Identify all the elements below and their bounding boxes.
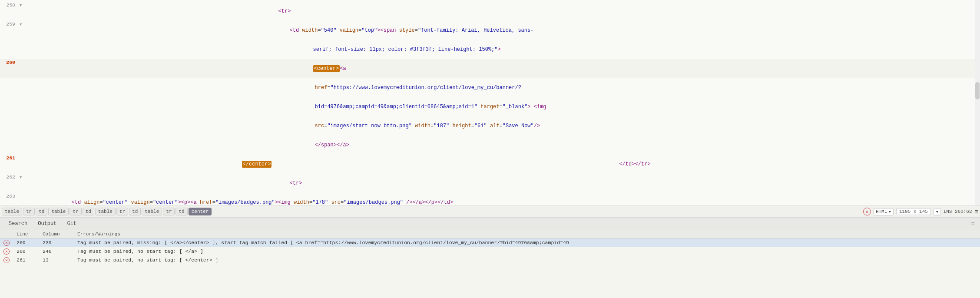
bottom-panel: Search Output Git ≡ Line Column Errors/W… — [0, 218, 980, 298]
code-line-259: 259 ▼ <td width="540" valign="top"><span… — [0, 21, 980, 40]
error-icon-1: ✕ — [0, 238, 13, 248]
error-line-3: 261 — [13, 256, 39, 265]
code-line-260: 260 <center><a — [0, 59, 980, 78]
line-number-260: 260 — [0, 60, 20, 65]
error-line-2: 260 — [13, 247, 39, 256]
line-content-259b: serif; font-size: 11px; color: #3f3f3f; … — [26, 40, 980, 59]
line-number-262: 262 — [0, 174, 20, 180]
breadcrumb-td-3[interactable]: td — [129, 208, 141, 215]
code-line-262: 262 ▼ <tr> — [0, 174, 980, 193]
size-display: 1105 x 145 — [896, 208, 931, 215]
tab-search[interactable]: Search — [3, 219, 33, 229]
size-dropdown[interactable]: ▾ — [934, 208, 941, 215]
line-number-261: 261 — [0, 155, 20, 161]
line-content-261: </center></td></tr> — [26, 155, 980, 173]
error-table: Line Column Errors/Warnings ✕ 260 239 Ta… — [0, 230, 980, 265]
close-badge[interactable]: ✕ — [863, 208, 871, 215]
line-content-263: <td align="center" valign="center"><p><a… — [26, 193, 980, 205]
error-msg-2: Tag must be paired, no start tag: [ </a>… — [74, 247, 980, 256]
breadcrumb-td-2[interactable]: td — [83, 208, 94, 215]
panel-content: Line Column Errors/Warnings ✕ 260 239 Ta… — [0, 230, 980, 298]
col-column-header: Column — [39, 230, 74, 238]
breadcrumb-bar: table tr td table tr td table tr td tabl… — [0, 205, 980, 218]
tab-git[interactable]: Git — [62, 219, 82, 229]
fold-arrow-262[interactable]: ▼ — [20, 175, 26, 180]
breadcrumb-tr-2[interactable]: tr — [70, 208, 81, 215]
breadcrumb-table-4[interactable]: table — [142, 208, 162, 215]
cursor-position: INS 260:62 — [944, 209, 972, 214]
line-number-258: 258 — [0, 2, 20, 8]
error-icon-3: ✕ — [0, 256, 13, 265]
line-content-262: <tr> — [26, 174, 980, 192]
error-row-1[interactable]: ✕ 260 239 Tag must be paired, missing: [… — [0, 238, 980, 248]
code-line-260d: 260 ▼ src="images/start_now_bttn.png" wi… — [0, 116, 980, 136]
error-table-header: Line Column Errors/Warnings — [0, 230, 980, 238]
code-line-260b: 260 ▼ href="https://www.lovemycreditunio… — [0, 78, 980, 97]
breadcrumb-td-4[interactable]: td — [175, 208, 187, 215]
code-lines: 258 ▼ <tr> 259 ▼ <td width="540" valign=… — [0, 0, 980, 205]
fold-arrow-259[interactable]: ▼ — [20, 23, 26, 27]
center-close-tag: </center> — [242, 161, 272, 168]
breadcrumb-right: ✕ HTML ▾ 1105 x 145 ▾ INS 260:62 ⊡ — [863, 208, 978, 215]
code-line-259b: 259 ▼ serif; font-size: 11px; color: #3f… — [0, 40, 980, 59]
language-label: HTML — [876, 209, 887, 214]
error-row-3[interactable]: ✕ 261 13 Tag must be paired, no start ta… — [0, 256, 980, 265]
line-content-259: <td width="540" valign="top"><span style… — [26, 21, 980, 40]
fold-arrow-258[interactable]: ▼ — [20, 3, 26, 8]
center-open-tag: <center> — [313, 65, 340, 72]
line-content-260d: src="images/start_now_bttn.png" width="1… — [26, 117, 980, 135]
language-selector[interactable]: HTML ▾ — [874, 208, 894, 215]
error-badge-2: ✕ — [3, 248, 10, 255]
breadcrumb-tr-1[interactable]: tr — [23, 208, 35, 215]
code-line-260e: 260 ▼ </span></a> — [0, 136, 980, 155]
line-content-260b: href="https://www.lovemycreditunion.org/… — [26, 79, 980, 97]
code-line-258: 258 ▼ <tr> — [0, 2, 980, 21]
breadcrumb-tr-3[interactable]: tr — [116, 208, 128, 215]
code-line-260c: 260 ▼ bid=4976&amp;campid=49&amp;clienti… — [0, 97, 980, 116]
breadcrumb-td-1[interactable]: td — [36, 208, 47, 215]
code-editor[interactable]: 258 ▼ <tr> 259 ▼ <td width="540" valign=… — [0, 0, 980, 205]
breadcrumb-table-3[interactable]: table — [95, 208, 116, 215]
error-msg-1: Tag must be paired, missing: [ </a></cen… — [74, 238, 980, 248]
fold-arrow-260 — [20, 61, 26, 65]
code-line-263: 263 <td align="center" valign="center"><… — [0, 193, 980, 205]
editor-scrollbar[interactable] — [975, 0, 980, 205]
error-line-1: 260 — [13, 238, 39, 248]
error-col-2: 246 — [39, 247, 74, 256]
col-icon-header — [0, 230, 13, 238]
breadcrumb-table-1[interactable]: table — [2, 208, 22, 215]
line-content-260: <center><a — [26, 60, 980, 78]
panel-menu-icon[interactable]: ≡ — [970, 221, 977, 228]
chevron-down-icon: ▾ — [888, 209, 891, 215]
col-line-header: Line — [13, 230, 39, 238]
code-line-261: 261 </center></td></tr> — [0, 155, 980, 174]
breadcrumb-center[interactable]: center — [189, 208, 212, 215]
col-error-header: Errors/Warnings — [74, 230, 980, 238]
panel-tabs: Search Output Git ≡ — [0, 218, 980, 230]
line-content-260c: bid=4976&amp;campid=49&amp;clientid=6864… — [26, 98, 980, 116]
tab-output[interactable]: Output — [33, 219, 62, 229]
scrollbar-thumb[interactable] — [975, 82, 980, 99]
error-col-1: 239 — [39, 238, 74, 248]
error-icon-2: ✕ — [0, 247, 13, 256]
error-badge-3: ✕ — [3, 257, 10, 263]
line-number-263: 263 — [0, 193, 20, 199]
error-msg-3: Tag must be paired, no start tag: [ </ce… — [74, 256, 980, 265]
error-badge-1: ✕ — [3, 240, 10, 246]
line-number-259: 259 — [0, 21, 20, 27]
layout-icon[interactable]: ⊡ — [975, 208, 978, 215]
breadcrumb-table-2[interactable]: table — [48, 208, 69, 215]
breadcrumb-tr-4[interactable]: tr — [163, 208, 175, 215]
error-col-3: 13 — [39, 256, 74, 265]
error-row-2[interactable]: ✕ 260 246 Tag must be paired, no start t… — [0, 247, 980, 256]
line-content-258: <tr> — [26, 2, 980, 20]
chevron-down-icon-2: ▾ — [936, 209, 939, 215]
fold-arrow-261 — [20, 156, 26, 161]
fold-arrow-263 — [20, 195, 26, 199]
line-content-260e: </span></a> — [26, 136, 980, 154]
